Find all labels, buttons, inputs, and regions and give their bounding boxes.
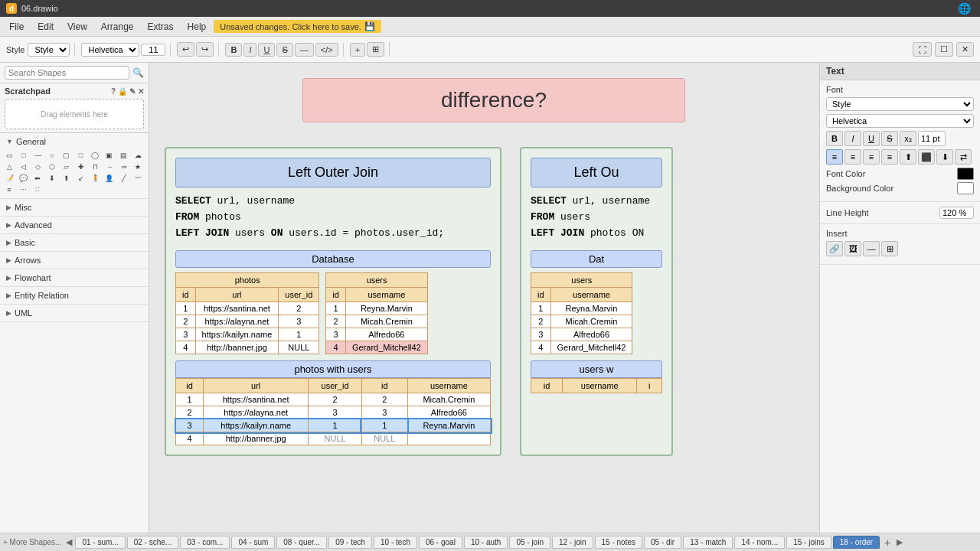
tab-12-join[interactable]: 12 - join [552, 536, 593, 549]
tab-10-tech[interactable]: 10 - tech [374, 536, 417, 549]
align-justify[interactable]: ≡ [881, 149, 898, 165]
italic-button[interactable]: I [243, 43, 256, 57]
align-center[interactable]: ≡ [844, 149, 861, 165]
shape-cloud[interactable]: ☁ [132, 150, 144, 161]
tab-06-goal[interactable]: 06 - goal [419, 536, 462, 549]
shape-dashes[interactable]: ⋯ [18, 184, 30, 195]
shape-darr[interactable]: ⬇ [46, 173, 58, 184]
tab-03-com[interactable]: 03 - com... [180, 536, 230, 549]
fmt-bold[interactable]: B [826, 131, 843, 146]
shape-man2[interactable]: 👤 [103, 173, 116, 184]
unsaved-changes-button[interactable]: Unsaved changes. Click here to save. 💾 [214, 20, 381, 33]
insert-hr-btn[interactable]: — [863, 241, 880, 256]
shape-line[interactable]: — [31, 150, 44, 161]
style-select[interactable]: Style [28, 43, 70, 57]
shape-para[interactable]: ▱ [60, 161, 73, 172]
shape-cross[interactable]: ✚ [75, 161, 87, 172]
tab-18-order[interactable]: 18 - order [833, 536, 880, 549]
tab-add-button[interactable]: + [881, 536, 893, 549]
section-misc-header[interactable]: ▶ Misc [0, 201, 149, 214]
insert-table-btn[interactable]: ⊞ [881, 241, 898, 256]
shape-uarr[interactable]: ⬆ [60, 173, 73, 184]
shape-call[interactable]: 💬 [18, 173, 30, 184]
tab-04-sum[interactable]: 04 - sum [231, 536, 275, 549]
menu-edit[interactable]: Edit [31, 20, 60, 34]
rtl-button[interactable]: ⇄ [955, 149, 972, 165]
tab-02-sche[interactable]: 02 - sche... [127, 536, 178, 549]
align-left[interactable]: ≡ [826, 149, 843, 165]
tab-05-join[interactable]: 05 - join [509, 536, 550, 549]
shape-hex[interactable]: ⬡ [46, 161, 58, 172]
tab-15-notes[interactable]: 15 - notes [595, 536, 642, 549]
fmt-italic[interactable]: I [844, 131, 861, 146]
table-button[interactable]: ⊞ [367, 42, 384, 57]
shape-rect3[interactable]: □ [75, 150, 87, 161]
font-style-select[interactable]: Style [826, 97, 974, 111]
section-flowchart-header[interactable]: ▶ Flowchart [0, 271, 149, 285]
shape-circle[interactable]: ◯ [89, 150, 101, 161]
shape-diamond[interactable]: ◇ [31, 161, 44, 172]
shape-arrl[interactable]: ⬅ [31, 173, 44, 184]
shape-tri[interactable]: △ [3, 161, 15, 172]
search-input[interactable] [5, 66, 129, 80]
menu-file[interactable]: File [3, 20, 30, 34]
right-font-name-select[interactable]: Helvetica [826, 114, 974, 128]
tab-01-sum[interactable]: 01 - sum... [75, 536, 125, 549]
page-nav-prev[interactable]: ◀ [66, 537, 72, 547]
fullscreen-button[interactable]: ⛶ [913, 42, 932, 57]
tab-09-tech[interactable]: 09 - tech [328, 536, 372, 549]
undo-button[interactable]: ↩ [177, 42, 194, 57]
valign-mid[interactable]: ⬛ [918, 149, 935, 165]
scratchpad-help-icon[interactable]: ? [111, 87, 116, 96]
tab-08-quer[interactable]: 08 - quer... [276, 536, 327, 549]
menu-view[interactable]: View [61, 20, 93, 34]
section-advanced-header[interactable]: ▶ Advanced [0, 218, 149, 232]
fmt-strikethrough[interactable]: S [881, 131, 898, 146]
shape-rounded[interactable]: ▢ [60, 150, 73, 161]
tab-14-nom[interactable]: 14 - nom... [734, 536, 785, 549]
insert-button[interactable]: + [350, 43, 365, 57]
align-right[interactable]: ≡ [863, 149, 880, 165]
valign-top[interactable]: ⬆ [900, 149, 916, 165]
shape-dots[interactable]: ∷ [31, 184, 44, 195]
section-er-header[interactable]: ▶ Entity Relation [0, 289, 149, 302]
underline-button[interactable]: U [258, 43, 275, 57]
shape-line2[interactable]: ╱ [118, 173, 130, 184]
redo-button[interactable]: ↪ [196, 42, 214, 57]
bold-button[interactable]: B [225, 43, 242, 57]
search-icon[interactable]: 🔍 [132, 67, 144, 78]
shape-lines[interactable]: ≡ [3, 184, 15, 195]
shape-rect2[interactable]: □ [18, 150, 30, 161]
shape-rtri[interactable]: ◁ [18, 161, 30, 172]
tab-05-dir[interactable]: 05 - dir [644, 536, 681, 549]
shape-arr2[interactable]: ⇒ [118, 161, 130, 172]
bg-color-swatch[interactable] [957, 182, 974, 194]
section-general-header[interactable]: ▼ General [0, 135, 149, 148]
menu-arrange[interactable]: Arrange [95, 20, 140, 34]
shape-rect[interactable]: ▭ [3, 150, 15, 161]
section-arrows-header[interactable]: ▶ Arrows [0, 253, 149, 267]
right-font-size-input[interactable] [918, 131, 946, 146]
font-name-select[interactable]: Helvetica [81, 43, 139, 57]
insert-img-btn[interactable]: 🖼 [844, 241, 861, 256]
font-color-swatch[interactable] [957, 168, 974, 180]
more-shapes-link[interactable]: + More Shapes... [3, 538, 61, 546]
canvas[interactable]: difference? Left Outer Join SELECT url, … [149, 63, 819, 533]
section-basic-header[interactable]: ▶ Basic [0, 236, 149, 249]
shape-rrect[interactable]: ▣ [103, 150, 116, 161]
valign-bottom[interactable]: ⬇ [936, 149, 953, 165]
page-button[interactable]: ☐ [935, 42, 953, 57]
scratchpad-edit-icon[interactable]: ✎ [129, 87, 136, 96]
shape-star[interactable]: ★ [132, 161, 144, 172]
insert-link-btn[interactable]: 🔗 [826, 241, 843, 256]
fmt-sub[interactable]: x₂ [900, 131, 916, 146]
tab-13-match[interactable]: 13 - match [683, 536, 733, 549]
menu-extras[interactable]: Extras [142, 20, 180, 34]
strikethrough-button[interactable]: S [276, 43, 292, 57]
scratchpad-lock-icon[interactable]: 🔒 [118, 87, 127, 96]
fmt-underline[interactable]: U [863, 131, 880, 146]
shape-arr[interactable]: → [103, 161, 116, 172]
tab-10-auth[interactable]: 10 - auth [464, 536, 508, 549]
line-height-input[interactable] [939, 207, 974, 219]
page-nav-next[interactable]: ▶ [897, 537, 903, 547]
